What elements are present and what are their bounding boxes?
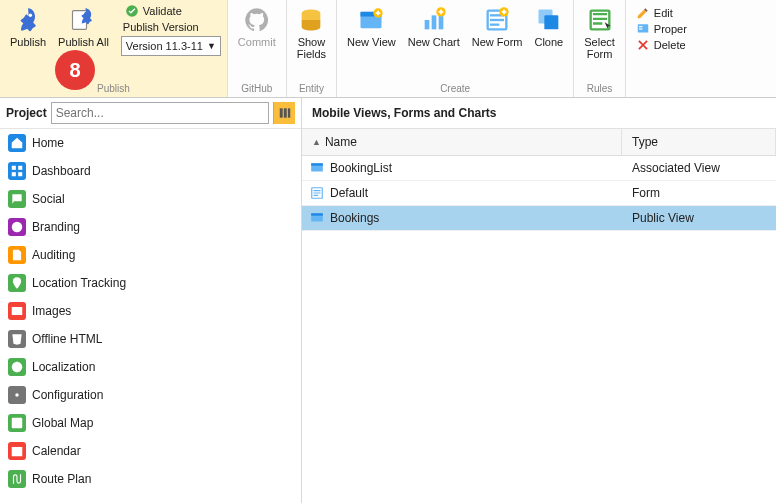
sidebar-item-route-plan[interactable]: Route Plan: [0, 465, 301, 493]
cal-icon: [8, 442, 26, 460]
sidebar-item-label: Branding: [32, 220, 80, 234]
column-type[interactable]: Type: [622, 129, 776, 155]
version-value: Version 11.3-11: [126, 40, 203, 52]
ribbon: Publish Publish All Validate Publish Ver…: [0, 0, 776, 98]
sidebar-item-label: Configuration: [32, 388, 103, 402]
svg-rect-25: [12, 166, 16, 170]
new-chart-button[interactable]: New Chart: [404, 4, 464, 50]
view-icon: [310, 161, 324, 175]
content-title: Mobile Views, Forms and Charts: [302, 98, 776, 129]
version-dropdown[interactable]: Version 11.3-11 ▼: [121, 36, 221, 56]
grid-row[interactable]: BookingsPublic View: [302, 206, 776, 231]
ribbon-group-rules: Select Form Rules: [574, 0, 626, 97]
svg-rect-7: [424, 20, 429, 29]
rocket-doc-icon: [69, 6, 97, 34]
sidebar-item-branding[interactable]: Branding: [0, 213, 301, 241]
row-type: Form: [622, 181, 776, 205]
svg-point-29: [12, 222, 23, 233]
img-icon: [8, 302, 26, 320]
svg-rect-40: [311, 163, 323, 165]
svg-rect-38: [12, 447, 23, 449]
sidebar-item-social[interactable]: Social: [0, 185, 301, 213]
sidebar-item-label: Calendar: [32, 444, 81, 458]
svg-point-34: [15, 393, 19, 397]
clone-button[interactable]: Clone: [530, 4, 567, 50]
sidebar-item-configuration[interactable]: Configuration: [0, 381, 301, 409]
route-icon: [8, 470, 26, 488]
sidebar-title: Project: [6, 106, 47, 120]
grid-row[interactable]: DefaultForm: [302, 181, 776, 206]
show-fields-label: Show Fields: [297, 36, 326, 60]
content: Mobile Views, Forms and Charts ▲ Name Ty…: [302, 98, 776, 503]
validate-button[interactable]: Validate: [121, 4, 221, 18]
view-icon: [357, 6, 385, 34]
edit-label: Edit: [654, 7, 673, 19]
svg-rect-20: [639, 26, 643, 27]
ribbon-group-edit: Edit Proper Delete: [626, 0, 697, 97]
clone-icon: [535, 6, 563, 34]
chevron-down-icon: ▼: [207, 41, 216, 51]
svg-point-30: [16, 280, 19, 283]
sidebar-item-calendar[interactable]: Calendar: [0, 437, 301, 465]
brand-icon: [8, 218, 26, 236]
new-view-button[interactable]: New View: [343, 4, 400, 50]
sidebar-header: Project: [0, 98, 301, 129]
ribbon-group-publish: Publish Publish All Validate Publish Ver…: [0, 0, 228, 97]
properties-button[interactable]: Proper: [632, 22, 691, 36]
sidebar-item-label: Location Tracking: [32, 276, 126, 290]
publish-button[interactable]: Publish: [6, 4, 50, 50]
sidebar: Project HomeDashboardSocialBrandingAudit…: [0, 98, 302, 503]
sidebar-item-label: Offline HTML: [32, 332, 102, 346]
sidebar-item-images[interactable]: Images: [0, 297, 301, 325]
row-type: Public View: [622, 206, 776, 230]
group-caption-github: GitHub: [234, 81, 280, 97]
commit-button[interactable]: Commit: [234, 4, 280, 50]
sidebar-item-global-map[interactable]: 31Global Map: [0, 409, 301, 437]
cfg-icon: [8, 386, 26, 404]
delete-label: Delete: [654, 39, 686, 51]
row-name: Default: [330, 186, 368, 200]
audit-icon: [8, 246, 26, 264]
grid-header: ▲ Name Type: [302, 129, 776, 156]
sidebar-item-offline-html[interactable]: Offline HTML: [0, 325, 301, 353]
main: Project HomeDashboardSocialBrandingAudit…: [0, 98, 776, 503]
ribbon-group-create: New View New Chart New Form Clone Create: [337, 0, 574, 97]
sidebar-item-dashboard[interactable]: Dashboard: [0, 157, 301, 185]
sidebar-tree[interactable]: HomeDashboardSocialBrandingAuditingLocat…: [0, 129, 301, 503]
sidebar-item-localization[interactable]: Localization: [0, 353, 301, 381]
select-form-label: Select Form: [584, 36, 615, 60]
sidebar-item-label: Social: [32, 192, 65, 206]
svg-rect-8: [431, 15, 436, 29]
grid-row[interactable]: BookingListAssociated View: [302, 156, 776, 181]
delete-icon: [636, 38, 650, 52]
github-icon: [243, 6, 271, 34]
select-form-icon: [586, 6, 614, 34]
delete-button[interactable]: Delete: [632, 38, 691, 52]
edit-button[interactable]: Edit: [632, 6, 691, 20]
svg-rect-43: [311, 213, 323, 215]
html-icon: [8, 330, 26, 348]
new-view-label: New View: [347, 36, 396, 48]
group-caption-create: Create: [343, 81, 567, 97]
show-fields-button[interactable]: Show Fields: [293, 4, 330, 62]
sidebar-item-label: Home: [32, 136, 64, 150]
publish-all-button[interactable]: Publish All: [54, 4, 113, 50]
sidebar-item-home[interactable]: Home: [0, 129, 301, 157]
select-form-button[interactable]: Select Form: [580, 4, 619, 62]
new-form-label: New Form: [472, 36, 523, 48]
column-name[interactable]: ▲ Name: [302, 129, 622, 155]
new-form-button[interactable]: New Form: [468, 4, 527, 50]
search-go-button[interactable]: [273, 102, 295, 124]
sidebar-item-location-tracking[interactable]: Location Tracking: [0, 269, 301, 297]
row-name: Bookings: [330, 211, 379, 225]
loc2-icon: [8, 358, 26, 376]
dash-icon: [8, 162, 26, 180]
home-icon: [8, 134, 26, 152]
svg-point-0: [29, 14, 33, 17]
row-name: BookingList: [330, 161, 392, 175]
sidebar-item-auditing[interactable]: Auditing: [0, 241, 301, 269]
publish-all-label: Publish All: [58, 36, 109, 48]
ribbon-group-entity: Show Fields Entity: [287, 0, 337, 97]
search-input[interactable]: [52, 106, 268, 120]
validate-label: Validate: [143, 5, 182, 17]
